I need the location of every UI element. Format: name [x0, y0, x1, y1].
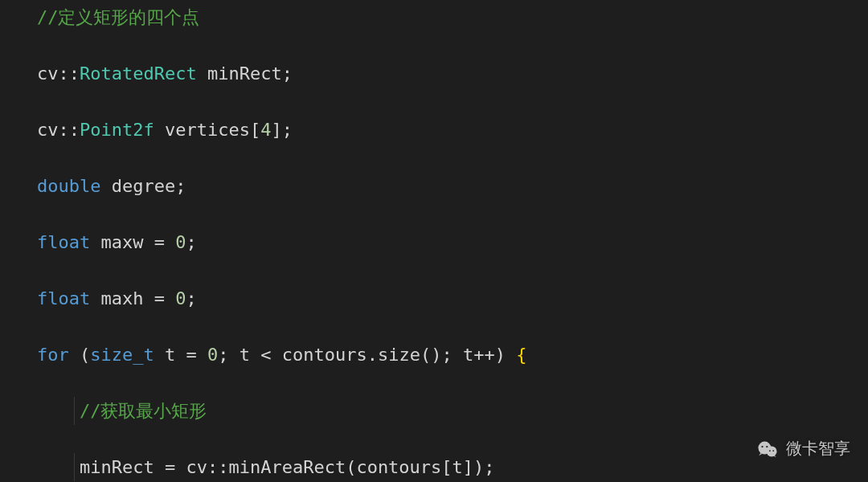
svg-point-1 — [767, 446, 777, 456]
code-line: cv::RotatedRect minRect; — [0, 59, 868, 88]
code-line: double degree; — [0, 172, 868, 200]
svg-point-3 — [766, 445, 768, 447]
comment: //获取最小矩形 — [80, 401, 207, 421]
code-line: float maxw = 0; — [0, 228, 868, 256]
watermark: 微卡智享 — [757, 438, 850, 460]
comment: //定义矩形的四个点 — [37, 7, 200, 27]
code-line: //定义矩形的四个点 — [0, 3, 868, 31]
svg-point-2 — [761, 445, 763, 447]
wechat-icon — [757, 440, 778, 458]
watermark-text: 微卡智享 — [786, 438, 850, 460]
svg-point-5 — [772, 450, 774, 451]
code-block: //定义矩形的四个点 cv::RotatedRect minRect; cv::… — [0, 0, 868, 482]
code-line: minRect = cv::minAreaRect(contours[t]); — [0, 453, 868, 481]
code-line: //获取最小矩形 — [0, 397, 868, 425]
svg-point-4 — [769, 450, 771, 451]
code-line: for (size_t t = 0; t < contours.size(); … — [0, 341, 868, 369]
code-line: cv::Point2f vertices[4]; — [0, 116, 868, 144]
code-line: float maxh = 0; — [0, 284, 868, 312]
